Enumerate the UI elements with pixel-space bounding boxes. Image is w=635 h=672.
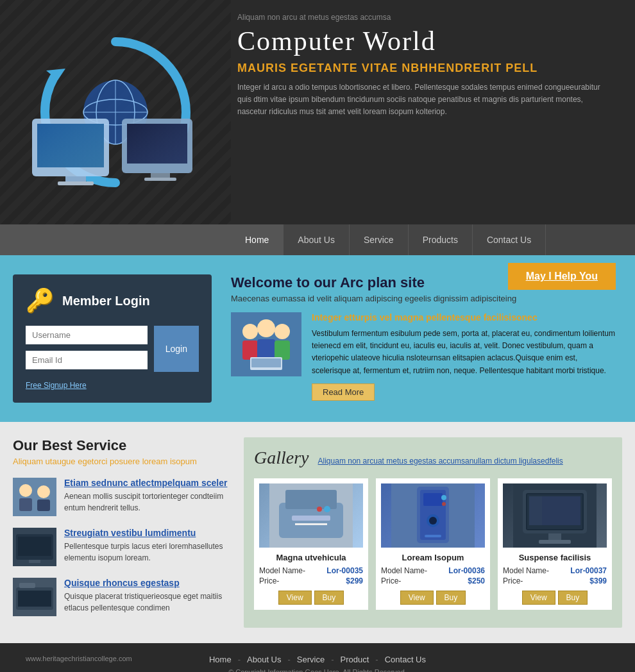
service-thumb-2 [13, 528, 56, 566]
navigation: Home About Us Service Products Contact U… [0, 224, 635, 255]
gallery-model-label-3: Model Name- [503, 566, 549, 575]
gallery-items: Magna utvehicula Model Name- Lor-00035 P… [254, 478, 612, 610]
gallery-item-3: Suspense facilisis Model Name- Lor-00037… [498, 478, 612, 610]
svg-rect-37 [19, 583, 35, 588]
welcome-highlight: Integer etturpis vel magna pellentesque … [312, 312, 616, 323]
gallery-item-1: Magna utvehicula Model Name- Lor-00035 P… [254, 478, 368, 610]
gallery-buy-3[interactable]: Buy [558, 591, 588, 605]
svg-rect-14 [127, 124, 187, 164]
gallery-description[interactable]: Aliquam non arcuat metus egestas accumsa… [318, 457, 563, 466]
service-thumb-3 [13, 578, 56, 616]
login-header: 🔑 Member Login [26, 287, 199, 314]
welcome-image [231, 312, 301, 376]
site-tagline: MAURIS EGETANTE VITAE NBHHENDRERIT PELL [237, 62, 616, 75]
svg-point-53 [441, 495, 446, 500]
svg-rect-16 [144, 178, 176, 181]
services-subtitle: Aliquam utaugue egetorci posuere loream … [13, 457, 231, 466]
svg-rect-34 [29, 560, 40, 563]
svg-rect-28 [19, 498, 32, 511]
svg-rect-11 [58, 181, 94, 185]
welcome-content: Integer etturpis vel magna pellentesque … [231, 312, 616, 401]
svg-rect-52 [425, 535, 441, 537]
gallery-image-2 [381, 483, 485, 548]
gallery-item-2: Loream Isopum Model Name- Lor-00036 Pric… [376, 478, 490, 610]
svg-rect-23 [275, 340, 290, 360]
footer-link-about[interactable]: About Us [247, 655, 281, 664]
gallery-title: Gallery [254, 448, 309, 468]
svg-rect-60 [548, 533, 561, 540]
nav-item-about[interactable]: About Us [284, 224, 350, 255]
gallery-view-2[interactable]: View [400, 591, 434, 605]
svg-rect-62 [529, 496, 542, 525]
username-input[interactable] [26, 326, 148, 344]
gallery-model-1: Model Name- Lor-00035 [259, 566, 363, 575]
welcome-section: Welcome to our Arc plan site Maecenas eu… [224, 274, 622, 403]
gallery-view-1[interactable]: View [278, 591, 312, 605]
svg-point-27 [19, 484, 32, 497]
services-title: Our Best Service [13, 437, 231, 454]
gallery-name-2: Loream Isopum [381, 553, 485, 562]
service-title-3[interactable]: Quisque rhoncus egestasp [64, 578, 231, 588]
svg-rect-41 [285, 490, 337, 509]
svg-point-29 [37, 485, 50, 498]
login-button[interactable]: Login [154, 326, 199, 372]
gallery-buy-2[interactable]: Buy [436, 591, 466, 605]
service-title-2[interactable]: Streugiatn vestibu lumdimentu [64, 528, 231, 538]
read-more-button[interactable]: Read More [312, 383, 375, 401]
service-text-3: Quisque rhoncus egestasp Quisque placera… [64, 578, 231, 614]
service-desc-1: Aenean mollis suscipit tortorienteger co… [64, 491, 231, 514]
gallery-buttons-3: View Buy [503, 591, 607, 605]
service-item-1: Etiam sednunc atlectmpelquam sceler Aene… [13, 478, 231, 516]
gallery-model-label-2: Model Name- [381, 566, 427, 575]
key-icon: 🔑 [26, 287, 55, 314]
header: Aliquam non arcu at metus egestas accums… [0, 0, 635, 224]
nav-item-products[interactable]: Products [409, 224, 473, 255]
gallery-price-value-2: $250 [468, 576, 485, 585]
services-section: Our Best Service Aliquam utaugue egetorc… [13, 437, 231, 628]
gallery-buttons-2: View Buy [381, 591, 485, 605]
gallery-buy-1[interactable]: Buy [314, 591, 344, 605]
login-form: Login [26, 326, 199, 376]
gallery-price-1: Price- $299 [259, 576, 363, 585]
svg-point-51 [429, 517, 437, 525]
footer-link-service[interactable]: Service [297, 655, 325, 664]
gallery-model-3: Model Name- Lor-00037 [503, 566, 607, 575]
gallery-model-value-1: Lor-00035 [326, 566, 363, 575]
footer-link-contact[interactable]: Contact Us [385, 655, 426, 664]
nav-item-home[interactable]: Home [231, 224, 284, 255]
lower-section: Our Best Service Aliquam utaugue egetorc… [0, 422, 635, 643]
svg-point-44 [324, 506, 330, 512]
service-desc-2: Pellentesque turpis lacus eteri loremhas… [64, 541, 231, 564]
svg-point-45 [317, 507, 322, 512]
svg-rect-33 [18, 537, 51, 556]
login-title: Member Login [62, 294, 150, 308]
footer-link-product[interactable]: Product [341, 655, 369, 664]
help-button[interactable]: May I Help You [508, 263, 616, 290]
gallery-header: Gallery Aliquam non arcuat metus egestas… [254, 448, 612, 468]
site-subtitle: Aliquam non arcu at metus egestas accums… [237, 13, 616, 22]
header-logo [0, 0, 231, 224]
svg-rect-10 [65, 176, 86, 181]
footer-copyright: © Copyright Information Goes Here. All R… [13, 668, 622, 672]
nav-items: Home About Us Service Products Contact U… [231, 224, 635, 255]
service-title-1[interactable]: Etiam sednunc atlectmpelquam sceler [64, 478, 231, 488]
svg-point-18 [242, 324, 258, 339]
email-input[interactable] [26, 351, 148, 369]
nav-spacer [0, 224, 231, 255]
svg-rect-9 [37, 124, 104, 167]
gallery-model-value-2: Lor-00036 [448, 566, 485, 575]
footer-link-home[interactable]: Home [209, 655, 232, 664]
footer-website: www.heritagechristiancollege.com [26, 655, 132, 662]
header-content: Aliquam non arcu at metus egestas accums… [231, 0, 635, 224]
signup-link[interactable]: Free Signup Here [26, 381, 199, 390]
logo-graphic [13, 22, 218, 202]
service-text-2: Streugiatn vestibu lumdimentu Pellentesq… [64, 528, 231, 564]
gallery-image-3 [503, 483, 607, 548]
gallery-model-value-3: Lor-00037 [570, 566, 607, 575]
nav-item-service[interactable]: Service [350, 224, 409, 255]
svg-rect-49 [423, 493, 443, 506]
svg-rect-30 [37, 500, 50, 511]
nav-item-contact[interactable]: Contact Us [473, 224, 546, 255]
gallery-model-2: Model Name- Lor-00036 [381, 566, 485, 575]
gallery-view-3[interactable]: View [522, 591, 555, 605]
